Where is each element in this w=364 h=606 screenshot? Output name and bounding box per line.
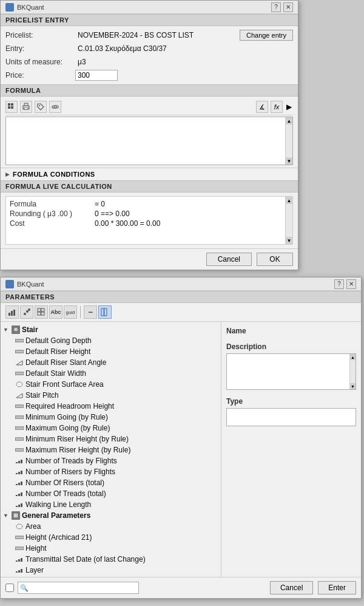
calc-rounding-value: 0 ==> 0.00 bbox=[95, 209, 130, 218]
change-entry-button[interactable]: Change entry bbox=[240, 30, 293, 41]
param-area[interactable]: Area bbox=[13, 521, 221, 532]
general-params-group[interactable]: ▼ ⊞ General Parameters bbox=[1, 510, 221, 521]
param-req-headroom[interactable]: Required Headroom Height bbox=[13, 401, 221, 412]
param-transmittal[interactable]: Transmittal Set Date (of last Change) bbox=[13, 554, 221, 565]
scatter-icon[interactable] bbox=[20, 305, 33, 319]
livecalc-scroll-up[interactable]: ▲ bbox=[286, 197, 292, 204]
titlebar-buttons: ? ✕ bbox=[271, 2, 293, 12]
close-button-bottom[interactable]: ✕ bbox=[346, 279, 356, 289]
svg-rect-43 bbox=[18, 472, 20, 474]
pricelist-value: NOVEMBER-2024 - BS COST LIST bbox=[75, 29, 196, 41]
param-default-riser-height[interactable]: Default Riser Height bbox=[13, 346, 221, 357]
param-stair-pitch[interactable]: Stair Pitch bbox=[13, 390, 221, 401]
desc-scroll-up[interactable]: ▲ bbox=[350, 354, 356, 360]
help-button[interactable]: ? bbox=[271, 2, 281, 12]
param-icon-15 bbox=[15, 489, 24, 498]
calc-rounding-label: Rounding ( μ3 .00 ) bbox=[10, 209, 83, 218]
print-icon[interactable] bbox=[20, 101, 32, 113]
svg-point-54 bbox=[16, 524, 22, 529]
param-default-stair-width[interactable]: Default Stair Width bbox=[13, 368, 221, 379]
minus-icon[interactable]: − bbox=[84, 305, 97, 319]
expand-right-icon[interactable]: ▶ bbox=[285, 103, 293, 111]
top-titlebar: BKQuant ? ✕ bbox=[1, 1, 298, 14]
footer-buttons: Cancel Enter bbox=[270, 581, 356, 594]
stair-children: Default Going Depth Default Riser Height… bbox=[1, 335, 221, 510]
svg-rect-9 bbox=[11, 311, 13, 316]
bottom-title: BKQuant bbox=[5, 280, 44, 288]
type-label: Type bbox=[226, 397, 356, 406]
grid-icon2[interactable] bbox=[35, 305, 48, 319]
scroll-down[interactable]: ▼ bbox=[286, 157, 292, 165]
param-max-going[interactable]: Maximum Going (by Rule) bbox=[13, 423, 221, 434]
param-risers-flights[interactable]: Number of Risers by Flights bbox=[13, 466, 221, 477]
param-height-archicad[interactable]: Height (Archicad 21) bbox=[13, 532, 221, 543]
enter-button[interactable]: Enter bbox=[318, 581, 356, 594]
param-label-area: Area bbox=[25, 522, 41, 531]
svg-rect-18 bbox=[101, 308, 104, 316]
param-label-4: Default Stair Width bbox=[25, 369, 86, 378]
stair-chevron: ▼ bbox=[3, 327, 8, 333]
bar-chart-icon[interactable] bbox=[5, 305, 19, 319]
formula-section: ∡ fx ▶ ▲ ▼ bbox=[1, 97, 298, 168]
param-treads-flights[interactable]: Number of Treads by Flights bbox=[13, 455, 221, 466]
units-label: Units of measure: bbox=[5, 55, 75, 69]
param-icon-3 bbox=[15, 358, 24, 367]
help-button-bottom[interactable]: ? bbox=[334, 279, 344, 289]
param-walking-line[interactable]: Walking Line Length bbox=[13, 499, 221, 510]
close-button[interactable]: ✕ bbox=[283, 2, 293, 12]
livecalc-scrollbar[interactable]: ▲ ▼ bbox=[285, 197, 292, 244]
param-label-12: Number of Treads by Flights bbox=[25, 457, 117, 465]
param-risers-total[interactable]: Number Of Risers (total) bbox=[13, 477, 221, 488]
formula-textarea[interactable] bbox=[6, 117, 284, 165]
param-icon-16 bbox=[15, 500, 24, 509]
live-calc-content: Formula = 0 Rounding ( μ3 .00 ) 0 ==> 0.… bbox=[5, 196, 293, 245]
cancel-button-bottom[interactable]: Cancel bbox=[270, 581, 313, 594]
param-min-going[interactable]: Minimum Going (by Rule) bbox=[13, 412, 221, 423]
svg-rect-50 bbox=[21, 492, 22, 496]
stair-group[interactable]: ▼ ⊞ Stair bbox=[1, 324, 221, 335]
link-icon[interactable] bbox=[49, 101, 61, 113]
svg-marker-28 bbox=[16, 393, 22, 398]
price-input[interactable] bbox=[75, 70, 118, 81]
desc-scrollbar[interactable]: ▲ ▼ bbox=[349, 354, 356, 389]
formula-conditions-row[interactable]: ▶ FORMULA CONDITIONS bbox=[1, 168, 298, 180]
param-min-riser[interactable]: Minimum Riser Height (by Rule) bbox=[13, 434, 221, 444]
svg-rect-0 bbox=[8, 103, 10, 106]
fx-icon[interactable]: fx bbox=[271, 101, 283, 113]
param-height[interactable]: Height bbox=[13, 543, 221, 554]
search-input[interactable] bbox=[18, 582, 139, 594]
guid-icon[interactable]: guid bbox=[64, 305, 77, 319]
param-label-7: Required Headroom Height bbox=[25, 402, 114, 410]
ok-button[interactable]: OK bbox=[257, 253, 293, 266]
param-default-going-depth[interactable]: Default Going Depth bbox=[13, 335, 221, 346]
livecalc-scroll-down[interactable]: ▼ bbox=[286, 237, 292, 244]
stair-icon: ⊞ bbox=[12, 325, 20, 334]
calc-cost-label: Cost bbox=[10, 219, 83, 228]
live-calc-header: FORMULA LIVE CALCULATION bbox=[1, 180, 298, 192]
desc-scroll-down[interactable]: ▼ bbox=[350, 383, 356, 389]
svg-rect-61 bbox=[21, 558, 22, 562]
price-label: Price: bbox=[5, 69, 75, 82]
param-layer[interactable]: Layer bbox=[13, 565, 221, 576]
param-default-riser-slant[interactable]: Default Riser Slant Angle bbox=[13, 357, 221, 368]
formula-scrollbar[interactable]: ▲ ▼ bbox=[285, 117, 292, 165]
bottom-titlebar-buttons: ? ✕ bbox=[334, 279, 356, 289]
tag-icon[interactable] bbox=[35, 101, 47, 113]
params-tree[interactable]: ▼ ⊞ Stair Default Going Depth Default Ri… bbox=[1, 322, 221, 577]
param-treads-total[interactable]: Number Of Treads (total) bbox=[13, 488, 221, 499]
param-stair-front-surface[interactable]: Stair Front Surface Area bbox=[13, 379, 221, 390]
columns-icon[interactable] bbox=[98, 305, 112, 319]
text-abc-icon[interactable]: Abc bbox=[49, 305, 62, 319]
grid-icon[interactable] bbox=[5, 101, 18, 113]
scroll-up[interactable]: ▲ bbox=[286, 117, 292, 124]
param-label-9: Maximum Going (by Rule) bbox=[25, 424, 110, 432]
param-icon-layer bbox=[15, 566, 24, 574]
cancel-button-top[interactable]: Cancel bbox=[206, 253, 252, 266]
general-icon: ⊞ bbox=[12, 511, 20, 520]
svg-point-11 bbox=[24, 313, 26, 315]
angle-icon[interactable]: ∡ bbox=[256, 101, 268, 113]
param-icon-ha bbox=[15, 533, 24, 542]
param-label-t: Transmittal Set Date (of last Change) bbox=[25, 555, 146, 563]
footer-checkbox[interactable] bbox=[5, 584, 14, 592]
param-max-riser[interactable]: Maximum Riser Height (by Rule) bbox=[13, 444, 221, 455]
